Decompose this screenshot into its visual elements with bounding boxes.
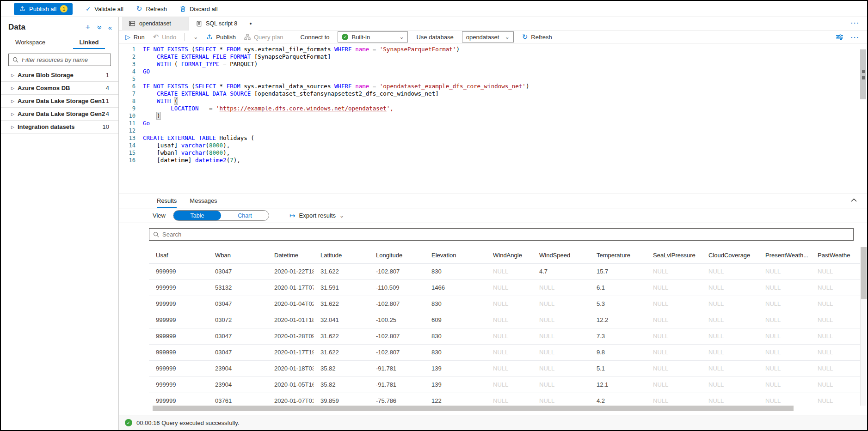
tree-item-azure-data-lake-storage-gen1[interactable]: ▷Azure Data Lake Storage Gen11 xyxy=(1,95,118,108)
results-search-input[interactable] xyxy=(162,231,850,238)
chevron-right-icon[interactable]: ▷ xyxy=(11,86,18,91)
table-cell: NULL xyxy=(702,312,758,328)
column-header[interactable]: Wban xyxy=(208,247,267,263)
filter-resources-input[interactable] xyxy=(22,56,107,63)
table-row[interactable]: 999999239042020-01-05T16:...35.82-91.781… xyxy=(149,376,860,393)
run-button[interactable]: ▷ Run xyxy=(125,33,145,41)
undo-button[interactable]: ↶ Undo xyxy=(153,33,177,41)
chevron-down-icon: ⌄ xyxy=(339,212,344,219)
table-cell: 2020-01-28T09:... xyxy=(267,328,314,344)
table-row[interactable]: 999999030472020-01-17T19:...31.622-102.8… xyxy=(149,344,860,360)
column-header[interactable]: Datetime xyxy=(267,247,314,263)
results-horizontal-scrollbar[interactable] xyxy=(149,406,854,411)
tab-messages[interactable]: Messages xyxy=(190,194,217,208)
column-header[interactable]: Usaf xyxy=(149,247,208,263)
collapse-results-icon[interactable] xyxy=(851,198,857,202)
column-header[interactable]: Temperature xyxy=(590,247,646,263)
column-header[interactable]: PresentWeath... xyxy=(758,247,811,263)
line-number: 7 xyxy=(119,90,135,97)
tree-item-label: Azure Data Lake Storage Gen1 xyxy=(18,97,106,104)
code-line: 16 [datetime] datetime2(7), xyxy=(119,157,867,164)
tabbar-more-button[interactable]: ··· xyxy=(851,19,860,26)
table-cell: NULL xyxy=(811,296,860,312)
column-header[interactable]: WindSpeed xyxy=(532,247,590,263)
refresh-button[interactable]: ↻ Refresh xyxy=(136,5,167,13)
view-option-chart[interactable]: Chart xyxy=(221,211,269,220)
scrollbar-thumb[interactable] xyxy=(861,247,867,299)
view-option-table[interactable]: Table xyxy=(173,211,221,220)
sidebar-tabs: Workspace Linked xyxy=(1,36,118,49)
table-cell: 5.3 xyxy=(590,296,646,312)
table-cell: NULL xyxy=(486,280,532,296)
tab-opendataset[interactable]: opendataset xyxy=(122,17,189,30)
tree-item-azure-data-lake-storage-gen2[interactable]: ▷Azure Data Lake Storage Gen24 xyxy=(1,108,118,121)
table-cell: NULL xyxy=(646,393,702,406)
collapse-sidebar-icon[interactable]: « xyxy=(108,24,112,31)
chevron-down-icon: ⌄ xyxy=(505,34,510,40)
table-cell: 139 xyxy=(425,361,486,376)
column-header[interactable]: CloudCoverage xyxy=(702,247,758,263)
table-cell: 31.622 xyxy=(314,328,369,344)
undo-redo-menu-button[interactable]: ⌄ xyxy=(193,34,198,40)
export-results-button[interactable]: ↦ Export results ⌄ xyxy=(289,212,344,220)
table-cell: NULL xyxy=(532,312,590,328)
add-resource-button[interactable]: + xyxy=(86,24,91,30)
sql-code-editor[interactable]: 1IF NOT EXISTS (SELECT * FROM sys.extern… xyxy=(119,44,867,194)
table-cell: 2020-01-22T18:... xyxy=(267,264,314,279)
column-header[interactable]: WindAngle xyxy=(486,247,532,263)
table-cell: NULL xyxy=(532,345,590,360)
table-row[interactable]: 999999239042020-01-18T03:...35.82-91.781… xyxy=(149,360,860,376)
status-message: 00:00:16 Query executed successfully. xyxy=(136,419,239,426)
unsaved-changes-dot: ● xyxy=(249,21,252,26)
table-row[interactable]: 999999531322020-01-17T07:...31.591-110.5… xyxy=(149,279,860,296)
tree-item-integration-datasets[interactable]: ▷Integration datasets10 xyxy=(1,121,118,134)
query-plan-button[interactable]: Query plan xyxy=(244,34,283,41)
table-row[interactable]: 999999030472020-01-22T18:...31.622-102.8… xyxy=(149,263,860,279)
chevron-right-icon[interactable]: ▷ xyxy=(11,73,18,78)
resource-tree: ▷Azure Blob Storage1▷Azure Cosmos DB4▷Az… xyxy=(1,69,118,134)
publish-button[interactable]: Publish xyxy=(206,34,236,41)
tab-workspace[interactable]: Workspace xyxy=(1,36,60,49)
results-vertical-scrollbar[interactable] xyxy=(860,247,866,406)
column-header[interactable]: PastWeathe xyxy=(811,247,860,263)
scrollbar-thumb[interactable] xyxy=(153,406,794,411)
collapse-all-icon[interactable] xyxy=(97,24,102,30)
discard-all-button[interactable]: Discard all xyxy=(180,6,218,12)
table-row[interactable]: 999999037612020-01-07T01:...39.859-75.78… xyxy=(149,393,860,406)
chevron-down-icon: ⌄ xyxy=(193,34,198,40)
synapse-studio-window: Publish all 1 ✓ Validate all ↻ Refresh D… xyxy=(0,0,868,431)
editor-toolbar: ▷ Run ↶ Undo ⌄ Publish xyxy=(119,30,867,44)
editor-settings-icon[interactable] xyxy=(836,34,843,41)
tab-linked[interactable]: Linked xyxy=(60,36,118,49)
overview-ruler-mark xyxy=(862,76,865,79)
column-header[interactable]: SeaLvlPressure xyxy=(646,247,702,263)
tree-item-azure-cosmos-db[interactable]: ▷Azure Cosmos DB4 xyxy=(1,82,118,95)
connect-to-dropdown[interactable]: ✓ Built-in ⌄ xyxy=(338,31,408,42)
tree-item-azure-blob-storage[interactable]: ▷Azure Blob Storage1 xyxy=(1,69,118,82)
chevron-right-icon[interactable]: ▷ xyxy=(11,99,18,103)
chevron-right-icon[interactable]: ▷ xyxy=(11,112,18,116)
toolbar-more-button[interactable]: ··· xyxy=(851,34,860,41)
use-database-dropdown[interactable]: opendataset ⌄ xyxy=(462,31,514,42)
table-row[interactable]: 999999030722020-01-01T18:...32.041-100.2… xyxy=(149,312,860,328)
table-row[interactable]: 999999030472020-01-04T02:...31.622-102.8… xyxy=(149,296,860,312)
tree-item-count: 4 xyxy=(106,85,109,91)
tab-results[interactable]: Results xyxy=(157,194,177,208)
column-header[interactable]: Elevation xyxy=(425,247,486,263)
publish-all-button[interactable]: Publish all 1 xyxy=(14,3,73,15)
connect-to-label: Connect to xyxy=(301,34,330,41)
editor-vertical-scrollbar[interactable] xyxy=(860,49,866,99)
column-header[interactable]: Latitude xyxy=(314,247,369,263)
column-header[interactable]: Longitude xyxy=(369,247,425,263)
table-row[interactable]: 999999030472020-01-28T09:...31.622-102.8… xyxy=(149,328,860,344)
tab-sql-script-8[interactable]: SQL script 8 ● xyxy=(189,17,259,30)
chevron-right-icon[interactable]: ▷ xyxy=(11,125,18,129)
table-cell: NULL xyxy=(702,280,758,296)
table-cell: -91.781 xyxy=(369,377,425,393)
table-cell: NULL xyxy=(646,345,702,360)
refresh-database-button[interactable]: ↻ Refresh xyxy=(522,33,552,41)
table-cell: NULL xyxy=(646,296,702,312)
tree-item-label: Azure Cosmos DB xyxy=(18,85,106,91)
table-cell: NULL xyxy=(758,377,811,393)
validate-all-button[interactable]: ✓ Validate all xyxy=(86,6,123,12)
